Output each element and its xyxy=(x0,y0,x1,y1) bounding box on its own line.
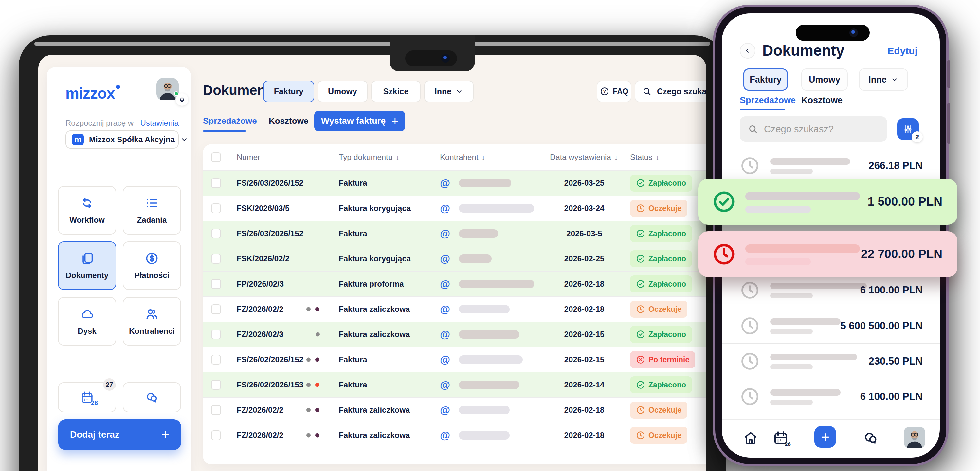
status-badge: Oczekuje xyxy=(630,301,687,318)
row-checkbox[interactable] xyxy=(211,228,221,238)
row-checkbox[interactable] xyxy=(211,355,221,364)
table-row[interactable]: FS/26/02/2026/153 Faktura @ 2026-02-14 Z… xyxy=(203,372,706,397)
sort-arrow-icon[interactable]: ↓ xyxy=(614,153,618,161)
column-header[interactable]: Typ dokumentu↓ xyxy=(339,153,399,162)
contractor-at-icon: @ xyxy=(440,329,450,341)
calendar-button[interactable]: 26 27 xyxy=(58,382,116,412)
column-header[interactable]: Kontrahent↓ xyxy=(440,153,485,162)
chat-icon[interactable] xyxy=(863,430,878,446)
row-checkbox[interactable] xyxy=(211,405,221,415)
phone-list-item[interactable]: 6 100.00 PLN xyxy=(722,378,940,415)
nav-divider xyxy=(722,419,940,420)
user-avatar[interactable] xyxy=(904,427,925,449)
phone-subtab-sprzedazowe[interactable]: Sprzedażowe xyxy=(740,95,796,105)
table-row[interactable]: FSK/2026/02/2 Faktura korygująca @ 2026-… xyxy=(203,246,706,271)
tab-szkice[interactable]: Szkice xyxy=(371,81,421,102)
phone-search-field[interactable] xyxy=(764,124,879,135)
settings-link[interactable]: Ustawienia xyxy=(140,118,179,128)
tab-faktury[interactable]: Faktury xyxy=(263,81,314,102)
phone-tab-faktury[interactable]: Faktury xyxy=(743,69,788,91)
document-type: Faktura proforma xyxy=(339,279,404,289)
sidebar-item-workflow[interactable]: Workflow xyxy=(58,186,116,235)
tab-inne-dropdown[interactable]: Inne xyxy=(424,81,474,102)
phone-list-item[interactable]: 230.50 PLN xyxy=(722,343,940,379)
phone-subtab-kosztowe[interactable]: Kosztowe xyxy=(801,95,843,105)
faq-button[interactable]: FAQ xyxy=(597,81,632,102)
row-checkbox[interactable] xyxy=(211,254,221,263)
contractor-placeholder-bar xyxy=(459,330,519,338)
tile-label: Płatności xyxy=(135,271,170,280)
clock-icon xyxy=(740,351,760,371)
phone-list-item[interactable]: 266.18 PLN xyxy=(722,148,940,184)
phone-search-input[interactable] xyxy=(740,116,887,142)
active-subtab-underline xyxy=(740,109,785,110)
sidebar-item-platnosci[interactable]: Płatności xyxy=(123,241,181,290)
sort-arrow-icon[interactable]: ↓ xyxy=(396,153,399,161)
table-row[interactable]: FS/26/02/2026/152 Faktura @ 2026-02-15 P… xyxy=(203,347,706,372)
row-checkbox[interactable] xyxy=(211,304,221,314)
filter-button[interactable]: 2 xyxy=(897,118,919,140)
subtab-kosztowe[interactable]: Kosztowe xyxy=(269,116,308,126)
phone-list-item[interactable]: 6 100.00 PLN xyxy=(722,272,940,308)
paid-invoice-card[interactable]: 1 500.00 PLN xyxy=(698,179,958,225)
add-button[interactable]: + xyxy=(815,426,836,448)
document-type: Faktura zaliczkowa xyxy=(339,330,410,339)
sort-arrow-icon[interactable]: ↓ xyxy=(482,153,485,161)
back-button[interactable] xyxy=(740,43,756,59)
add-now-button[interactable]: Dodaj teraz + xyxy=(58,419,181,450)
row-checkbox[interactable] xyxy=(211,203,221,213)
sidebar-item-kontrahenci[interactable]: Kontrahenci xyxy=(123,297,181,346)
column-header[interactable]: Status↓ xyxy=(630,153,659,162)
table-row[interactable]: FZ/2026/02/2 Faktura zaliczkowa @ 2026-0… xyxy=(203,397,706,423)
overdue-invoice-card[interactable]: 22 700.00 PLN xyxy=(698,231,958,277)
nav-calendar-button[interactable]: 26 xyxy=(773,430,789,446)
tab-label: Inne xyxy=(435,87,451,96)
column-header[interactable]: Numer xyxy=(237,153,260,162)
sidebar-item-zadania[interactable]: Zadania xyxy=(123,186,181,235)
invoice-number: FZ/2026/02/3 xyxy=(237,330,283,339)
issue-invoice-button[interactable]: Wystaw fakturę + xyxy=(314,111,405,131)
contractor-at-icon: @ xyxy=(440,303,450,315)
column-header[interactable]: Data wystawienia↓ xyxy=(550,153,618,162)
table-row[interactable]: FZ/2026/02/3 Faktura zaliczkowa @ 2026-0… xyxy=(203,322,706,347)
chat-button[interactable] xyxy=(123,382,181,412)
phone-tab-umowy[interactable]: Umowy xyxy=(801,69,848,91)
sidebar-item-dokumenty[interactable]: Dokumenty xyxy=(58,241,116,290)
table-row[interactable]: FP/2026/02/3 Faktura proforma @ 2026-02-… xyxy=(203,271,706,297)
table-row[interactable]: FS/26/03/2026/152 Faktura @ 2026-03-5 Za… xyxy=(203,221,706,246)
row-checkbox[interactable] xyxy=(211,380,221,390)
stage: mizzox Rozpocznij pracę w Ustawienia m M… xyxy=(0,0,980,471)
row-checkbox[interactable] xyxy=(211,178,221,188)
status-badge: Zapłacono xyxy=(630,326,692,343)
phone-tab-inne-dropdown[interactable]: Inne xyxy=(859,69,908,91)
placeholder-bar xyxy=(770,364,813,369)
select-all-checkbox[interactable] xyxy=(211,152,221,162)
row-checkbox[interactable] xyxy=(211,329,221,339)
row-checkbox[interactable] xyxy=(211,430,221,440)
company-selector[interactable]: m Mizzox Spółka Akcyjna xyxy=(65,130,179,149)
document-type: Faktura xyxy=(339,380,367,390)
invoice-number: FZ/2026/02/2 xyxy=(237,406,283,415)
table-row[interactable]: FS/26/03/2026/152 Faktura @ 2026-03-25 Z… xyxy=(203,170,706,196)
documents-icon xyxy=(80,251,94,266)
search-input[interactable]: Czego szukasz? Dupl xyxy=(635,81,706,102)
table-row[interactable]: FZ/2026/02/2 Faktura zaliczkowa @ 2026-0… xyxy=(203,423,706,448)
row-checkbox[interactable] xyxy=(211,279,221,289)
tab-label: Umowy xyxy=(328,87,357,96)
user-avatar[interactable] xyxy=(156,78,179,100)
sort-arrow-icon[interactable]: ↓ xyxy=(655,153,659,161)
subtab-sprzedazowe[interactable]: Sprzedażowe xyxy=(203,116,257,126)
invoice-number: FS/26/03/2026/152 xyxy=(237,229,304,238)
tab-umowy[interactable]: Umowy xyxy=(318,81,368,102)
edit-link[interactable]: Edytuj xyxy=(888,46,918,57)
placeholder-bar xyxy=(745,244,860,253)
table-row[interactable]: FZ/2026/02/2 Faktura zaliczkowa @ 2026-0… xyxy=(203,297,706,322)
check-circle-icon xyxy=(636,279,645,289)
phone-list-item[interactable]: 5 600 500.00 PLN xyxy=(722,308,940,344)
home-icon[interactable] xyxy=(743,430,759,446)
clock-icon xyxy=(636,204,645,213)
document-type: Faktura korygująca xyxy=(339,204,411,213)
table-row[interactable]: FSK/2026/03/5 Faktura korygująca @ 2026-… xyxy=(203,196,706,221)
sidebar-item-dysk[interactable]: Dysk xyxy=(58,297,116,346)
filter-count-badge: 2 xyxy=(912,131,923,142)
